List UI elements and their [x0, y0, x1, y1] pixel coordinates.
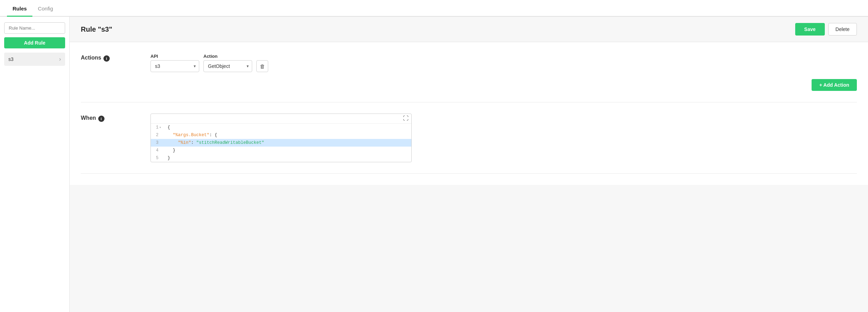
code-line-2: 2 "%args.Bucket": {: [151, 131, 411, 139]
add-rule-button[interactable]: Add Rule: [4, 37, 65, 48]
trash-icon: 🗑: [260, 63, 265, 69]
tabs-bar: Rules Config: [0, 0, 868, 17]
add-action-button[interactable]: + Add Action: [812, 79, 857, 91]
action-select[interactable]: GetObject: [203, 60, 252, 72]
rule-name-input[interactable]: [4, 22, 65, 34]
code-line-4: 4 }: [151, 147, 411, 154]
actions-info-icon: i: [103, 55, 110, 62]
rule-item-label: s3: [8, 56, 14, 62]
delete-action-button[interactable]: 🗑: [256, 60, 268, 72]
main-layout: Add Rule s3 › Rule "s3" Save Delete Acti…: [0, 17, 868, 312]
when-section: When i ⛶ 1 ▾: [81, 102, 857, 174]
actions-content: API s3 ▾ Action: [150, 53, 857, 91]
add-action-row: + Add Action: [150, 79, 857, 91]
code-line-1: 1 ▾ {: [151, 124, 411, 131]
code-editor-header: ⛶: [151, 114, 411, 124]
sidebar-item-s3[interactable]: s3 ›: [4, 53, 65, 66]
code-editor[interactable]: ⛶ 1 ▾ {: [150, 114, 412, 162]
when-label: When i: [81, 114, 150, 162]
tab-rules[interactable]: Rules: [7, 1, 32, 17]
code-line-3: 3 "%in": "stitchReadWritableBucket": [151, 139, 411, 147]
rule-header: Rule "s3" Save Delete: [70, 17, 868, 42]
delete-button[interactable]: Delete: [828, 23, 857, 36]
rule-body: Actions i API s3 ▾: [70, 42, 868, 185]
content-panel: Rule "s3" Save Delete Actions i API: [70, 17, 868, 312]
action-select-wrapper: GetObject ▾: [203, 60, 252, 72]
save-button[interactable]: Save: [795, 23, 825, 36]
api-select-wrapper: s3 ▾: [150, 60, 199, 72]
action-field-group: Action GetObject ▾: [203, 54, 252, 72]
when-info-icon: i: [98, 116, 104, 122]
tab-config[interactable]: Config: [32, 1, 59, 17]
rule-title: Rule "s3": [81, 25, 112, 33]
code-lines: 1 ▾ { 2 "%args: [151, 124, 411, 162]
actions-row: API s3 ▾ Action: [150, 53, 857, 72]
expand-icon[interactable]: ⛶: [403, 115, 409, 122]
api-select[interactable]: s3: [150, 60, 199, 72]
api-action-group: API s3 ▾ Action: [150, 53, 268, 72]
api-label: API: [150, 54, 199, 59]
chevron-right-icon: ›: [59, 56, 61, 62]
header-actions: Save Delete: [795, 23, 857, 36]
code-line-5: 5 }: [151, 154, 411, 162]
sidebar: Add Rule s3 ›: [0, 17, 70, 312]
actions-label: Actions i: [81, 53, 150, 91]
api-field-group: API s3 ▾: [150, 54, 199, 72]
when-content: ⛶ 1 ▾ {: [150, 114, 857, 162]
actions-section: Actions i API s3 ▾: [81, 42, 857, 102]
action-label: Action: [203, 54, 252, 59]
